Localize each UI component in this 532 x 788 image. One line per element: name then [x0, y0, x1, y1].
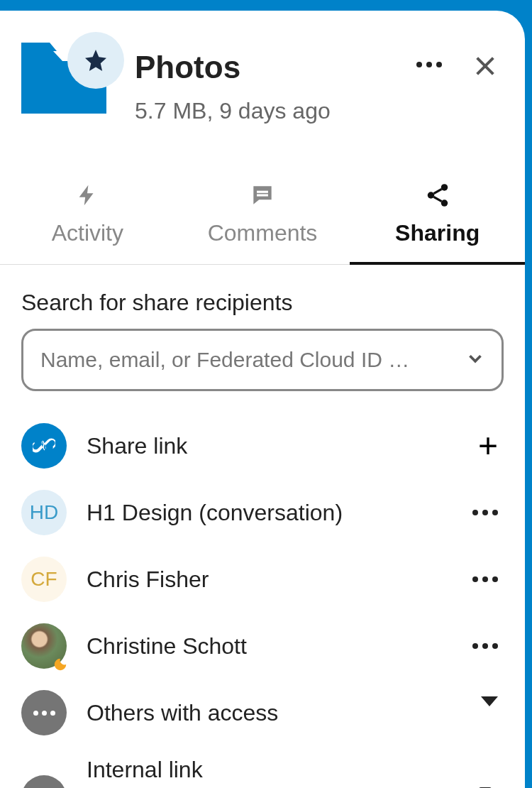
bolt-icon — [73, 181, 101, 209]
more-icon — [472, 643, 498, 649]
status-away-icon — [52, 655, 68, 670]
tab-label: Activity — [52, 220, 123, 246]
more-button[interactable] — [413, 50, 445, 80]
search-input[interactable] — [21, 329, 504, 391]
recipient-name: H1 Design (conversation) — [87, 500, 447, 526]
header-actions — [413, 39, 504, 80]
internal-link-title: Internal link — [87, 757, 447, 783]
comment-icon — [248, 181, 277, 209]
folder-icon — [21, 39, 106, 117]
copy-internal-link-button[interactable] — [467, 779, 504, 788]
others-icon — [21, 690, 67, 735]
svg-point-3 — [427, 192, 434, 199]
more-icon — [472, 576, 498, 582]
link-icon — [21, 423, 67, 469]
svg-point-2 — [440, 184, 448, 191]
more-icon — [416, 62, 442, 67]
header-text: Photos 5.7 MB, 9 days ago — [121, 39, 399, 124]
search-label: Search for share recipients — [21, 290, 504, 316]
internal-link-text: Internal link Only works for users with … — [87, 757, 447, 788]
share-icon — [423, 181, 452, 209]
share-recipient-row: CF Chris Fisher — [21, 546, 504, 613]
file-meta: 5.7 MB, 9 days ago — [135, 98, 399, 124]
recipient-more-button[interactable] — [467, 504, 504, 521]
clipboard-icon — [472, 785, 498, 788]
svg-point-4 — [440, 199, 448, 207]
recipient-more-button[interactable] — [467, 571, 504, 588]
recipient-name: Chris Fisher — [87, 567, 447, 593]
internal-link-row: Internal link Only works for users with … — [21, 746, 504, 788]
tab-comments[interactable]: Comments — [175, 167, 350, 264]
svg-rect-0 — [257, 191, 268, 193]
more-icon — [472, 510, 498, 515]
avatar-initials: HD — [21, 490, 67, 535]
others-with-access-row[interactable]: Others with access — [21, 679, 504, 746]
share-link-row: Share link + — [21, 412, 504, 479]
recipient-name: Christine Schott — [87, 633, 447, 660]
close-icon — [474, 53, 497, 76]
close-button[interactable] — [470, 50, 500, 80]
expand-icon — [475, 701, 504, 725]
tab-label: Sharing — [395, 220, 480, 246]
sharing-panel: Photos 5.7 MB, 9 days ago Activity Comme… — [0, 11, 525, 788]
tab-label: Comments — [208, 220, 318, 246]
add-share-link-button[interactable]: + — [472, 423, 504, 469]
search-wrapper — [21, 329, 504, 391]
plus-icon: + — [478, 429, 498, 463]
file-title: Photos — [135, 50, 399, 85]
favorite-star-icon — [67, 32, 124, 89]
share-recipient-row: HD H1 Design (conversation) — [21, 479, 504, 546]
others-label: Others with access — [87, 700, 455, 726]
share-recipient-row: Christine Schott — [21, 613, 504, 679]
more-icon — [33, 711, 55, 716]
panel-header: Photos 5.7 MB, 9 days ago — [0, 11, 525, 138]
sharing-content: Search for share recipients Share link +… — [0, 265, 525, 788]
tab-activity[interactable]: Activity — [0, 167, 175, 264]
tab-sharing[interactable]: Sharing — [350, 167, 525, 264]
recipient-more-button[interactable] — [467, 637, 504, 655]
avatar-photo — [21, 623, 67, 669]
share-link-label: Share link — [87, 433, 453, 459]
tabs: Activity Comments Sharing — [0, 167, 525, 265]
svg-rect-1 — [257, 194, 268, 196]
avatar-initials: CF — [21, 557, 67, 602]
external-link-icon — [21, 775, 67, 788]
